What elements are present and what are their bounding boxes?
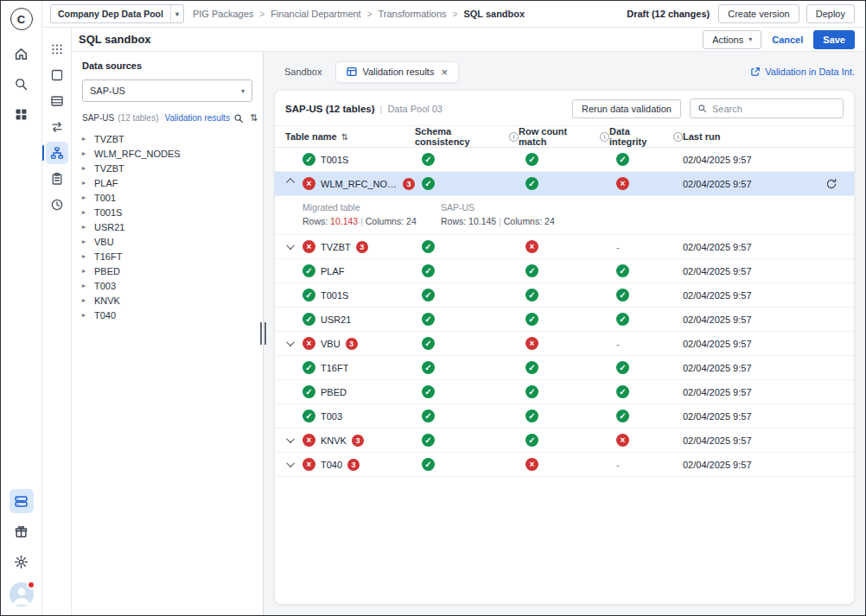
expand-arrow-icon[interactable]: ▸ [82,238,88,245]
table-row[interactable]: ✓ T001S ✓ ✓ ✓ 02/04/2025 9:57 [275,283,854,308]
row-expand-chevron[interactable] [285,410,297,422]
row-expand-chevron[interactable] [285,178,297,190]
tree-item[interactable]: ▸T040 [82,308,252,322]
table-row[interactable]: × TVZBT 3 ✓ × - 02/04/2025 9:57 [275,235,854,259]
breadcrumb-item[interactable]: Financial Department [271,9,361,19]
expand-arrow-icon[interactable]: ▸ [82,208,88,216]
row-expand-chevron[interactable] [285,386,297,398]
tree-item[interactable]: ▸VBU [82,234,252,249]
data-pool-selector[interactable]: Company Dep Data Pool ▾ [50,4,184,23]
settings-gear-icon[interactable] [10,549,34,574]
row-expand-chevron[interactable] [285,362,297,374]
search-icon[interactable] [10,72,34,96]
home-icon[interactable] [10,41,34,66]
row-status-slot: ✓ [302,264,315,277]
tree-item[interactable]: ▸T001 [82,190,252,205]
table-row[interactable]: × WLM_RFC_NODES 3 ✓ ✓ × 02/04/2025 9:57 [275,172,854,196]
gift-icon[interactable] [10,519,34,543]
sort-icon[interactable]: ⇅ [341,132,348,142]
tab-validation-results[interactable]: Validation results × [335,61,459,83]
table-row[interactable]: ✓ PLAF ✓ ✓ ✓ 02/04/2025 9:57 [275,259,854,283]
refresh-icon[interactable] [825,178,837,190]
check-circle-icon: ✓ [422,240,435,253]
table-row[interactable]: ✓ T001S ✓ ✓ ✓ 02/04/2025 9:57 [275,148,854,172]
data-model-icon[interactable] [46,142,68,164]
expand-arrow-icon[interactable]: ▸ [82,223,88,231]
data-integration-icon[interactable] [10,489,34,513]
swap-arrows-icon[interactable] [46,116,68,138]
check-circle-icon: ✓ [422,313,435,326]
tree-item[interactable]: ▸KNVK [82,293,252,308]
breadcrumb-item[interactable]: Transformations [379,9,447,19]
expand-arrow-icon[interactable]: ▸ [82,252,88,260]
tree-item[interactable]: ▸WLM_RFC_NODES [82,146,252,161]
validation-in-data-int-link[interactable]: Validation in Data Int. [750,67,855,77]
history-clock-icon[interactable] [46,194,68,216]
panel-resize-handle[interactable] [260,322,266,345]
row-expand-chevron[interactable] [285,154,297,166]
row-expand-chevron[interactable] [285,338,297,350]
search-icon[interactable] [233,113,244,124]
row-expand-chevron[interactable] [285,289,297,302]
row-expand-chevron[interactable] [285,459,297,471]
sort-icon[interactable]: ⇅ [250,112,258,124]
column-table-name[interactable]: Table name ⇅ [285,131,415,142]
expand-arrow-icon[interactable]: ▸ [82,311,88,319]
tree-item[interactable]: ▸PLAF [82,175,252,190]
breadcrumb-item[interactable]: SQL sandbox [463,9,525,19]
tree-item[interactable]: ▸T001S [82,205,252,219]
table-row[interactable]: ✓ USR21 ✓ ✓ ✓ 02/04/2025 9:57 [275,308,854,332]
info-icon[interactable]: i [600,132,609,142]
tab-sandbox[interactable]: Sandbox [274,62,332,81]
cancel-button[interactable]: Cancel [772,35,803,45]
expand-arrow-icon[interactable]: ▸ [82,194,88,201]
tree-item[interactable]: ▸T16FT [82,249,252,264]
validation-results-link[interactable]: Validation results [164,113,229,123]
info-icon[interactable]: i [673,132,683,142]
schema-consistency-cell: ✓ [415,289,519,302]
info-icon[interactable]: i [509,132,519,142]
user-avatar[interactable] [10,582,34,606]
rerun-validation-button[interactable]: Rerun data validation [572,99,681,118]
save-button[interactable]: Save [813,30,855,49]
table-search[interactable] [690,98,844,118]
row-expand-chevron[interactable] [285,241,297,253]
tree-item[interactable]: ▸T003 [82,278,252,293]
actions-button[interactable]: Actions ▾ [703,30,761,49]
expand-arrow-icon[interactable]: ▸ [82,135,88,143]
tree-item[interactable]: ▸TVZBT [82,131,252,146]
expand-arrow-icon[interactable]: ▸ [82,267,88,275]
row-expand-chevron[interactable] [285,265,297,277]
table-row[interactable]: ✓ T003 ✓ ✓ ✓ 02/04/2025 9:57 [275,404,854,429]
data-source-select[interactable]: SAP-US ▾ [82,79,252,102]
expand-arrow-icon[interactable]: ▸ [82,282,88,289]
check-circle-icon: ✓ [302,264,315,277]
table-row[interactable]: × VBU 3 ✓ × - 02/04/2025 9:57 [275,332,854,356]
table-list-icon[interactable] [46,90,68,112]
expand-arrow-icon[interactable]: ▸ [82,164,88,172]
expand-arrow-icon[interactable]: ▸ [82,149,88,157]
expand-arrow-icon[interactable]: ▸ [82,296,88,304]
row-expand-chevron[interactable] [285,435,297,447]
table-row[interactable]: ✓ PBED ✓ ✓ ✓ 02/04/2025 9:57 [275,380,854,404]
row-count-cell: × [519,337,609,350]
table-search-input[interactable] [712,104,836,114]
create-version-button[interactable]: Create version [718,4,799,23]
tree-item[interactable]: ▸TVZBT [82,161,252,175]
last-run-cell: 02/04/2025 9:57 [683,387,814,397]
grid-dots-icon[interactable] [46,38,68,60]
table-row[interactable]: ✓ T16FT ✓ ✓ ✓ 02/04/2025 9:57 [275,356,854,380]
canvas-icon[interactable] [46,64,68,86]
expand-arrow-icon[interactable]: ▸ [82,179,88,187]
close-tab-icon[interactable]: × [441,67,448,78]
row-expand-chevron[interactable] [285,314,297,326]
table-row[interactable]: × T040 3 ✓ × - 02/04/2025 9:57 [275,453,854,477]
tree-item[interactable]: ▸PBED [82,264,252,278]
tree-item[interactable]: ▸USR21 [82,219,252,234]
breadcrumb-item[interactable]: PIG Packages [193,9,253,19]
deploy-button[interactable]: Deploy [806,4,855,23]
table-row[interactable]: × KNVK 3 ✓ ✓ × 02/04/2025 9:57 [275,429,854,453]
celonis-logo[interactable]: C [10,8,33,30]
apps-grid-icon[interactable] [10,102,34,126]
clipboard-icon[interactable] [46,168,68,190]
